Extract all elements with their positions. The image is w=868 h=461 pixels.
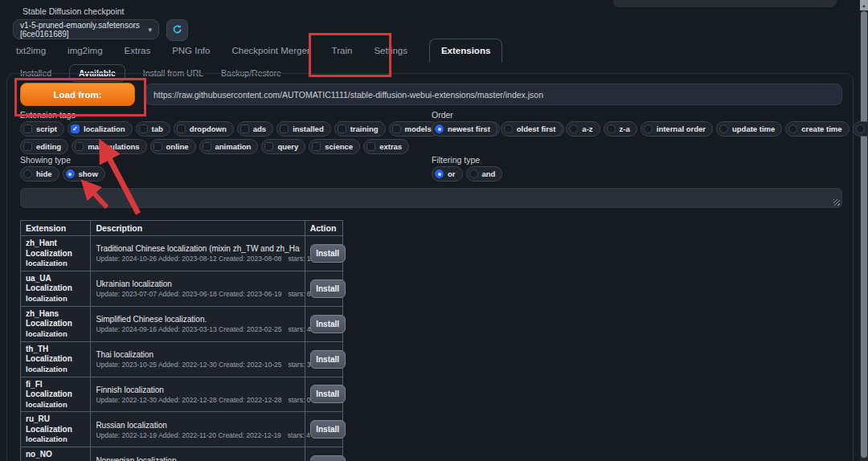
extension-name: ua_UA Localization xyxy=(26,274,85,294)
table-row: th_TH Localization localization Thai loc… xyxy=(21,341,343,377)
extension-dates: Update: 2022-12-30 Added: 2022-12-28 Cre… xyxy=(96,396,281,404)
table-row: fi_FI Localization localization Finnish … xyxy=(21,377,343,412)
showing-option-label: show xyxy=(79,169,98,178)
radio-icon xyxy=(469,169,478,178)
radio-icon xyxy=(788,124,797,133)
checkpoint-label: Stable Diffusion checkpoint xyxy=(23,6,124,16)
extension-tag: localization xyxy=(26,294,85,304)
showing-type-radio[interactable]: show xyxy=(63,166,105,182)
tag-label: installed xyxy=(293,124,324,133)
install-button[interactable]: Install xyxy=(310,244,346,263)
extension-description: Simplified Chinese localization. xyxy=(96,314,299,324)
install-button[interactable]: Install xyxy=(310,420,346,439)
checkbox-icon xyxy=(177,124,186,133)
extension-tag-checkbox[interactable]: online xyxy=(150,139,196,154)
tag-label: script xyxy=(36,124,57,133)
action-cell: Install xyxy=(305,306,342,341)
extension-name: ru_RU Localization xyxy=(26,414,85,434)
main-tab[interactable]: Extensions xyxy=(429,39,502,63)
order-radio[interactable]: z-a xyxy=(604,121,637,137)
extension-search-input[interactable] xyxy=(20,188,842,208)
install-button[interactable]: Install xyxy=(310,279,346,298)
description-cell: Traditional Chinese localization (mixin … xyxy=(91,236,305,271)
scrollbar-thumb[interactable] xyxy=(861,11,867,458)
order-radio[interactable]: stars xyxy=(853,121,868,137)
scrollbar-up-icon[interactable]: ▲ xyxy=(860,0,868,10)
order-radio[interactable]: a-z xyxy=(566,121,600,137)
main-tab[interactable]: PNG Info xyxy=(172,46,210,55)
order-option-label: internal order xyxy=(657,124,706,133)
install-button[interactable]: Install xyxy=(310,455,346,461)
extension-tag-checkbox[interactable]: manipulations xyxy=(72,139,146,154)
order-option-label: update time xyxy=(732,124,775,133)
cropped-dropdown-bar xyxy=(613,0,837,7)
tag-label: ads xyxy=(253,124,266,133)
main-tab[interactable]: img2img xyxy=(68,46,102,55)
extension-tag-checkbox[interactable]: tab xyxy=(136,121,170,137)
extension-tag: localization xyxy=(26,400,85,410)
description-cell: Norwegian localization Update: 2022-11-1… xyxy=(91,447,305,461)
extension-tag-checkbox[interactable]: localization xyxy=(68,121,133,137)
checkbox-icon xyxy=(240,124,249,133)
showing-type-options: hide show xyxy=(20,166,105,182)
extension-tag-checkbox[interactable]: dropdown xyxy=(174,121,234,137)
extension-tag-checkbox[interactable]: training xyxy=(334,121,386,137)
extension-tag: localization xyxy=(26,329,85,339)
extension-dates: Update: 2022-12-19 Added: 2022-11-20 Cre… xyxy=(96,431,280,439)
tag-label: extras xyxy=(379,142,402,151)
extension-stars: stars: 4 xyxy=(288,431,310,439)
extension-tag-checkbox[interactable]: animation xyxy=(199,139,259,154)
table-header-cell: Extension xyxy=(21,221,91,236)
main-tab[interactable]: Settings xyxy=(374,46,407,55)
extension-name: th_TH Localization xyxy=(26,345,85,365)
order-radio[interactable]: internal order xyxy=(641,121,713,137)
main-tab[interactable]: Extras xyxy=(125,46,151,55)
table-row: zh_Hant Localization localization Tradit… xyxy=(21,236,343,271)
tag-label: localization xyxy=(84,124,125,133)
extension-tag-checkbox[interactable]: query xyxy=(261,139,305,154)
extension-cell: no_NO Localization localization xyxy=(21,447,91,461)
load-from-button[interactable]: Load from: xyxy=(20,83,135,106)
table-row: ua_UA Localization localization Ukrainia… xyxy=(21,271,343,306)
extension-tag-checkbox[interactable]: editing xyxy=(20,139,68,154)
install-button[interactable]: Install xyxy=(310,385,346,403)
extension-tag-checkbox[interactable]: installed xyxy=(276,121,331,137)
extension-stars: stars: 3 xyxy=(288,361,310,369)
checkbox-icon xyxy=(312,142,321,151)
order-option-label: a-z xyxy=(582,124,592,133)
filtering-option-label: or xyxy=(448,169,456,178)
extension-cell: ru_RU Localization localization xyxy=(21,412,91,447)
extension-name: zh_Hans Localization xyxy=(26,309,85,329)
extension-tag-checkbox[interactable]: script xyxy=(20,121,64,137)
extension-tag-checkbox[interactable]: science xyxy=(309,139,360,154)
showing-type-radio[interactable]: hide xyxy=(20,166,59,182)
main-tab[interactable]: Checkpoint Merger xyxy=(231,46,309,55)
action-cell: Install xyxy=(305,412,342,447)
radio-icon xyxy=(435,169,444,178)
filtering-type-radio[interactable]: and xyxy=(466,166,503,182)
order-radio[interactable]: newest first xyxy=(432,121,497,137)
install-button[interactable]: Install xyxy=(310,350,346,369)
extensions-index-url-input[interactable] xyxy=(145,84,842,105)
extension-tag-checkbox[interactable]: ads xyxy=(237,121,273,137)
radio-icon xyxy=(504,124,513,133)
checkbox-icon xyxy=(203,142,211,151)
extension-tag-checkbox[interactable]: extras xyxy=(363,139,409,154)
order-option-label: newest first xyxy=(448,124,490,133)
install-button[interactable]: Install xyxy=(310,315,346,333)
filtering-type-radio[interactable]: or xyxy=(432,166,463,182)
tag-label: animation xyxy=(215,142,252,151)
description-cell: Thai localization Update: 2023-10-25 Add… xyxy=(91,341,305,377)
order-radio[interactable]: oldest first xyxy=(501,121,563,137)
main-tab[interactable]: Train xyxy=(332,46,353,55)
checkbox-icon xyxy=(71,124,80,133)
radio-icon xyxy=(856,124,865,133)
main-tab[interactable]: txt2img xyxy=(16,46,46,55)
extension-dates: Update: 2024-09-16 Added: 2023-03-13 Cre… xyxy=(96,325,281,333)
tag-label: manipulations xyxy=(88,142,139,151)
order-radio[interactable]: update time xyxy=(716,121,782,137)
tag-label: science xyxy=(325,142,353,151)
table-row: no_NO Localization localization Norwegia… xyxy=(21,447,343,461)
order-radio[interactable]: create time xyxy=(785,121,849,137)
tag-label: models xyxy=(405,124,432,133)
